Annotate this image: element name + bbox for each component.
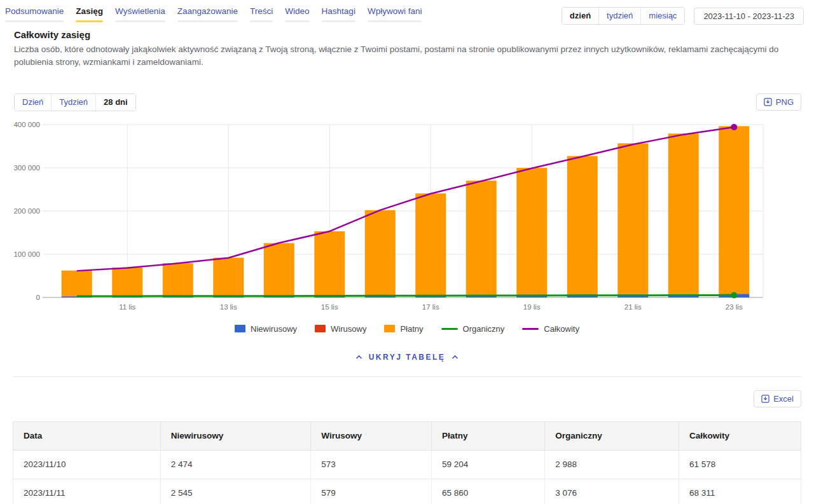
granularity-tydzień[interactable]: tydzień	[598, 8, 640, 24]
chart-canvas: 0100 000200 000300 000400 00011 lis13 li…	[13, 119, 801, 318]
nav-tab-zaangażowanie[interactable]: Zaangażowanie	[177, 6, 238, 22]
table-header-row: DataNiewirusowyWirusowyPłatnyOrganicznyC…	[13, 421, 801, 450]
legend-item-niewirusowy: Niewirusowy	[235, 324, 297, 334]
table-cell: 59 204	[431, 450, 544, 479]
nav-tab-label: Zasięg	[76, 6, 103, 16]
table-cell: 2 988	[545, 450, 679, 479]
svg-text:300 000: 300 000	[13, 164, 40, 172]
legend-item-wirusowy: Wirusowy	[315, 324, 366, 334]
column-header-całkowity: Całkowity	[679, 421, 801, 450]
chart-granularity-group: DzieńTydzień28 dni	[14, 93, 136, 111]
svg-text:23 lis: 23 lis	[726, 303, 743, 311]
table-cell: 573	[311, 450, 432, 479]
legend-swatch	[441, 328, 458, 330]
chevron-up-icon	[355, 355, 362, 360]
nav-tab-underline	[285, 20, 309, 22]
legend-swatch	[315, 325, 326, 332]
nav-tab-underline	[5, 20, 64, 22]
nav-tab-wpływowi-fani[interactable]: Wpływowi fani	[368, 6, 422, 22]
column-header-wirusowy: Wirusowy	[311, 421, 432, 450]
top-navbar: PodsumowanieZasięgWyświetleniaZaangażowa…	[0, 0, 814, 25]
nav-tab-label: Podsumowanie	[5, 6, 64, 16]
legend-label: Wirusowy	[331, 324, 366, 334]
nav-tab-zasięg[interactable]: Zasięg	[76, 6, 103, 22]
table-cell: 2023/11/11	[13, 479, 161, 504]
nav-tab-label: Zaangażowanie	[177, 6, 238, 16]
granularity-miesiąc[interactable]: miesiąc	[640, 8, 684, 24]
granularity-group: dzieńtydzieńmiesiąc	[562, 7, 686, 25]
svg-text:17 lis: 17 lis	[422, 303, 439, 311]
chart-range-28-dni[interactable]: 28 dni	[95, 94, 135, 111]
nav-tab-underline	[115, 20, 165, 22]
reach-data-table: DataNiewirusowyWirusowyPłatnyOrganicznyC…	[13, 421, 801, 504]
nav-tab-underline	[76, 20, 103, 22]
legend-item-całkowity: Całkowity	[522, 324, 579, 334]
chart-range-dzień[interactable]: Dzień	[15, 94, 51, 111]
nav-tab-hashtagi[interactable]: Hashtagi	[322, 6, 355, 22]
svg-text:15 lis: 15 lis	[321, 303, 338, 311]
table-row: 2023/11/102 47457359 2042 98861 578	[13, 450, 801, 479]
download-icon	[761, 395, 769, 403]
nav-tab-label: Hashtagi	[322, 6, 355, 16]
table-cell: 68 311	[679, 479, 801, 504]
table-row: 2023/11/112 54557965 8603 07668 311	[13, 479, 801, 504]
table-cell: 579	[311, 479, 432, 504]
nav-tab-wyświetlenia[interactable]: Wyświetlenia	[115, 6, 165, 22]
nav-tab-underline	[250, 20, 273, 22]
column-header-niewirusowy: Niewirusowy	[160, 421, 311, 450]
nav-tab-underline	[322, 20, 355, 22]
svg-text:19 lis: 19 lis	[523, 303, 541, 311]
svg-text:400 000: 400 000	[13, 121, 40, 128]
table-body: 2023/11/102 47457359 2042 98861 5782023/…	[13, 450, 801, 504]
column-header-organiczny: Organiczny	[545, 421, 679, 450]
nav-tab-underline	[368, 20, 422, 22]
legend-label: Organiczny	[463, 324, 505, 334]
nav-tab-underline	[177, 20, 238, 22]
hide-table-toggle[interactable]: UKRYJ TABELĘ	[352, 352, 463, 362]
date-range-picker[interactable]: 2023-11-10 - 2023-11-23	[694, 8, 804, 25]
svg-text:13 lis: 13 lis	[220, 303, 237, 311]
legend-swatch	[522, 328, 539, 330]
nav-tab-label: Wpływowi fani	[368, 6, 422, 16]
legend-swatch	[235, 325, 245, 332]
export-excel-label: Excel	[773, 394, 794, 404]
svg-text:21 lis: 21 lis	[624, 303, 642, 311]
nav-tab-label: Wyświetlenia	[115, 6, 165, 16]
column-header-płatny: Płatny	[431, 421, 544, 450]
table-cell: 61 578	[679, 450, 801, 479]
chevron-up-icon	[452, 355, 459, 360]
export-png-button[interactable]: PNG	[756, 93, 801, 111]
nav-tab-label: Wideo	[285, 6, 309, 16]
reach-chart: 0100 000200 000300 000400 00011 lis13 li…	[13, 119, 814, 318]
svg-text:11 lis: 11 lis	[119, 303, 135, 311]
page-title: Całkowity zasięg	[14, 29, 800, 40]
nav-tab-podsumowanie[interactable]: Podsumowanie	[5, 6, 64, 22]
svg-text:100 000: 100 000	[13, 250, 40, 258]
nav-tab-label: Treści	[250, 6, 273, 16]
table-cell: 3 076	[545, 479, 679, 504]
section-divider	[13, 376, 801, 377]
legend-item-płatny: Płatny	[384, 324, 423, 334]
primary-nav: PodsumowanieZasięgWyświetleniaZaangażowa…	[5, 6, 434, 22]
legend-swatch	[384, 325, 395, 332]
legend-label: Płatny	[400, 324, 423, 334]
export-png-label: PNG	[776, 97, 794, 107]
hide-table-label: UKRYJ TABELĘ	[369, 353, 446, 362]
svg-text:200 000: 200 000	[13, 207, 40, 215]
legend-label: Niewirusowy	[251, 324, 297, 334]
granularity-dzień[interactable]: dzień	[562, 8, 598, 24]
table-cell: 65 860	[431, 479, 544, 504]
nav-tab-treści[interactable]: Treści	[250, 6, 273, 22]
table-cell: 2 474	[160, 450, 311, 479]
legend-item-organiczny: Organiczny	[441, 324, 505, 334]
chart-legend: NiewirusowyWirusowyPłatnyOrganicznyCałko…	[0, 324, 814, 334]
page-description: Liczba osób, które odnotowały jakąkolwie…	[14, 43, 800, 69]
nav-right-controls: dzieńtydzieńmiesiąc 2023-11-10 - 2023-11…	[562, 7, 804, 25]
export-excel-button[interactable]: Excel	[754, 390, 801, 407]
chart-range-tydzień[interactable]: Tydzień	[51, 94, 95, 111]
table-cell: 2023/11/10	[13, 450, 161, 479]
svg-text:0: 0	[36, 294, 40, 301]
nav-tab-wideo[interactable]: Wideo	[285, 6, 309, 22]
download-icon	[764, 98, 772, 106]
column-header-data: Data	[13, 421, 161, 450]
